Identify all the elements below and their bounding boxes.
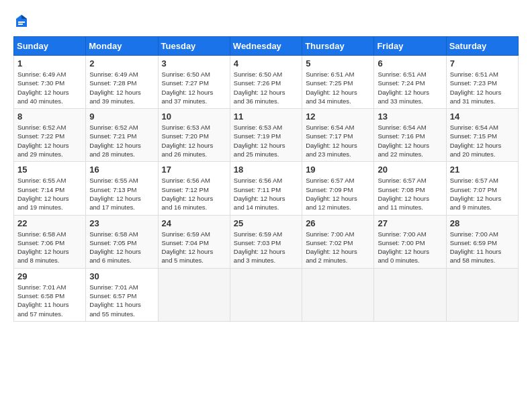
- calendar-cell-22: 22Sunrise: 6:58 AM Sunset: 7:06 PM Dayli…: [14, 215, 86, 268]
- calendar-cell-1: 1Sunrise: 6:49 AM Sunset: 7:30 PM Daylig…: [14, 56, 86, 109]
- day-info: Sunrise: 6:51 AM Sunset: 7:25 PM Dayligh…: [306, 70, 370, 105]
- calendar-cell-6: 6Sunrise: 6:51 AM Sunset: 7:24 PM Daylig…: [374, 56, 446, 109]
- calendar-week-5: 29Sunrise: 7:01 AM Sunset: 6:58 PM Dayli…: [14, 268, 519, 321]
- calendar-cell-16: 16Sunrise: 6:55 AM Sunset: 7:13 PM Dayli…: [86, 162, 158, 215]
- calendar-cell-24: 24Sunrise: 6:59 AM Sunset: 7:04 PM Dayli…: [158, 215, 230, 268]
- calendar-cell-20: 20Sunrise: 6:57 AM Sunset: 7:08 PM Dayli…: [374, 162, 446, 215]
- calendar-cell-empty: [230, 268, 302, 321]
- day-number: 21: [450, 165, 515, 175]
- day-info: Sunrise: 6:55 AM Sunset: 7:13 PM Dayligh…: [89, 176, 154, 212]
- header-area: [13, 13, 519, 30]
- day-info: Sunrise: 6:53 AM Sunset: 7:19 PM Dayligh…: [234, 123, 298, 158]
- day-info: Sunrise: 6:57 AM Sunset: 7:09 PM Dayligh…: [306, 176, 370, 212]
- calendar-cell-8: 8Sunrise: 6:52 AM Sunset: 7:22 PM Daylig…: [14, 109, 86, 162]
- day-number: 22: [17, 218, 82, 228]
- calendar-header-tuesday: Tuesday: [158, 37, 230, 56]
- day-info: Sunrise: 6:58 AM Sunset: 7:06 PM Dayligh…: [17, 230, 82, 265]
- calendar-cell-12: 12Sunrise: 6:54 AM Sunset: 7:17 PM Dayli…: [302, 109, 374, 162]
- calendar-cell-13: 13Sunrise: 6:54 AM Sunset: 7:16 PM Dayli…: [374, 109, 446, 162]
- day-number: 1: [17, 58, 82, 68]
- calendar-cell-4: 4Sunrise: 6:50 AM Sunset: 7:26 PM Daylig…: [230, 56, 302, 109]
- day-number: 16: [89, 165, 154, 175]
- day-info: Sunrise: 6:49 AM Sunset: 7:30 PM Dayligh…: [17, 70, 82, 105]
- day-number: 2: [89, 58, 154, 68]
- svg-rect-2: [18, 21, 25, 23]
- calendar-week-3: 15Sunrise: 6:55 AM Sunset: 7:14 PM Dayli…: [14, 162, 519, 215]
- day-number: 28: [450, 218, 515, 228]
- calendar-cell-18: 18Sunrise: 6:56 AM Sunset: 7:11 PM Dayli…: [230, 162, 302, 215]
- day-number: 5: [306, 58, 370, 68]
- day-info: Sunrise: 6:51 AM Sunset: 7:24 PM Dayligh…: [378, 70, 442, 105]
- calendar-header-wednesday: Wednesday: [230, 37, 302, 56]
- day-number: 10: [162, 111, 226, 122]
- day-number: 25: [234, 218, 298, 228]
- day-number: 4: [234, 58, 298, 68]
- logo-icon: [13, 13, 30, 30]
- calendar-header-friday: Friday: [374, 37, 446, 56]
- svg-marker-1: [21, 15, 27, 19]
- day-info: Sunrise: 7:00 AM Sunset: 7:00 PM Dayligh…: [378, 230, 442, 265]
- day-info: Sunrise: 6:52 AM Sunset: 7:22 PM Dayligh…: [17, 123, 82, 158]
- day-number: 29: [17, 271, 82, 281]
- day-number: 30: [89, 271, 154, 281]
- calendar-week-4: 22Sunrise: 6:58 AM Sunset: 7:06 PM Dayli…: [14, 215, 519, 268]
- logo: [13, 13, 32, 30]
- calendar-cell-9: 9Sunrise: 6:52 AM Sunset: 7:21 PM Daylig…: [86, 109, 158, 162]
- calendar-header-row: SundayMondayTuesdayWednesdayThursdayFrid…: [14, 37, 519, 56]
- calendar-header-saturday: Saturday: [446, 37, 518, 56]
- calendar-cell-29: 29Sunrise: 7:01 AM Sunset: 6:58 PM Dayli…: [14, 268, 86, 321]
- day-number: 8: [17, 111, 82, 122]
- day-info: Sunrise: 7:00 AM Sunset: 6:59 PM Dayligh…: [450, 230, 515, 265]
- calendar-header-sunday: Sunday: [14, 37, 86, 56]
- day-info: Sunrise: 6:49 AM Sunset: 7:28 PM Dayligh…: [89, 70, 154, 105]
- day-number: 17: [162, 165, 226, 175]
- day-number: 3: [162, 58, 226, 68]
- day-number: 11: [234, 111, 298, 122]
- day-number: 26: [306, 218, 370, 228]
- calendar-cell-3: 3Sunrise: 6:50 AM Sunset: 7:27 PM Daylig…: [158, 56, 230, 109]
- calendar-cell-27: 27Sunrise: 7:00 AM Sunset: 7:00 PM Dayli…: [374, 215, 446, 268]
- day-number: 19: [306, 165, 370, 175]
- calendar-cell-25: 25Sunrise: 6:59 AM Sunset: 7:03 PM Dayli…: [230, 215, 302, 268]
- calendar-cell-30: 30Sunrise: 7:01 AM Sunset: 6:57 PM Dayli…: [86, 268, 158, 321]
- day-info: Sunrise: 6:57 AM Sunset: 7:07 PM Dayligh…: [450, 176, 515, 212]
- day-number: 14: [450, 111, 515, 122]
- svg-rect-3: [18, 24, 23, 25]
- day-info: Sunrise: 7:01 AM Sunset: 6:58 PM Dayligh…: [17, 283, 82, 318]
- day-info: Sunrise: 6:58 AM Sunset: 7:05 PM Dayligh…: [89, 230, 154, 265]
- calendar-cell-10: 10Sunrise: 6:53 AM Sunset: 7:20 PM Dayli…: [158, 109, 230, 162]
- day-info: Sunrise: 6:54 AM Sunset: 7:16 PM Dayligh…: [378, 123, 442, 158]
- day-info: Sunrise: 7:01 AM Sunset: 6:57 PM Dayligh…: [89, 283, 154, 318]
- day-info: Sunrise: 6:54 AM Sunset: 7:15 PM Dayligh…: [450, 123, 515, 158]
- calendar-week-1: 1Sunrise: 6:49 AM Sunset: 7:30 PM Daylig…: [14, 56, 519, 109]
- calendar-cell-15: 15Sunrise: 6:55 AM Sunset: 7:14 PM Dayli…: [14, 162, 86, 215]
- day-number: 9: [89, 111, 154, 122]
- calendar-cell-empty: [302, 268, 374, 321]
- day-info: Sunrise: 6:54 AM Sunset: 7:17 PM Dayligh…: [306, 123, 370, 158]
- day-number: 24: [162, 218, 226, 228]
- calendar-cell-19: 19Sunrise: 6:57 AM Sunset: 7:09 PM Dayli…: [302, 162, 374, 215]
- day-number: 15: [17, 165, 82, 175]
- day-number: 6: [378, 58, 442, 68]
- calendar-cell-7: 7Sunrise: 6:51 AM Sunset: 7:23 PM Daylig…: [446, 56, 518, 109]
- day-number: 23: [89, 218, 154, 228]
- calendar-header-monday: Monday: [86, 37, 158, 56]
- day-info: Sunrise: 6:52 AM Sunset: 7:21 PM Dayligh…: [89, 123, 154, 158]
- calendar-cell-21: 21Sunrise: 6:57 AM Sunset: 7:07 PM Dayli…: [446, 162, 518, 215]
- calendar-cell-26: 26Sunrise: 7:00 AM Sunset: 7:02 PM Dayli…: [302, 215, 374, 268]
- day-number: 27: [378, 218, 442, 228]
- day-info: Sunrise: 6:55 AM Sunset: 7:14 PM Dayligh…: [17, 176, 82, 212]
- calendar-cell-11: 11Sunrise: 6:53 AM Sunset: 7:19 PM Dayli…: [230, 109, 302, 162]
- day-info: Sunrise: 6:56 AM Sunset: 7:11 PM Dayligh…: [234, 176, 298, 212]
- day-info: Sunrise: 6:50 AM Sunset: 7:27 PM Dayligh…: [162, 70, 226, 105]
- calendar-cell-5: 5Sunrise: 6:51 AM Sunset: 7:25 PM Daylig…: [302, 56, 374, 109]
- day-info: Sunrise: 6:57 AM Sunset: 7:08 PM Dayligh…: [378, 176, 442, 212]
- calendar-cell-28: 28Sunrise: 7:00 AM Sunset: 6:59 PM Dayli…: [446, 215, 518, 268]
- calendar-week-2: 8Sunrise: 6:52 AM Sunset: 7:22 PM Daylig…: [14, 109, 519, 162]
- calendar-table: SundayMondayTuesdayWednesdayThursdayFrid…: [13, 36, 519, 322]
- day-info: Sunrise: 6:50 AM Sunset: 7:26 PM Dayligh…: [234, 70, 298, 105]
- day-number: 13: [378, 111, 442, 122]
- day-number: 18: [234, 165, 298, 175]
- calendar-cell-empty: [374, 268, 446, 321]
- day-info: Sunrise: 6:51 AM Sunset: 7:23 PM Dayligh…: [450, 70, 515, 105]
